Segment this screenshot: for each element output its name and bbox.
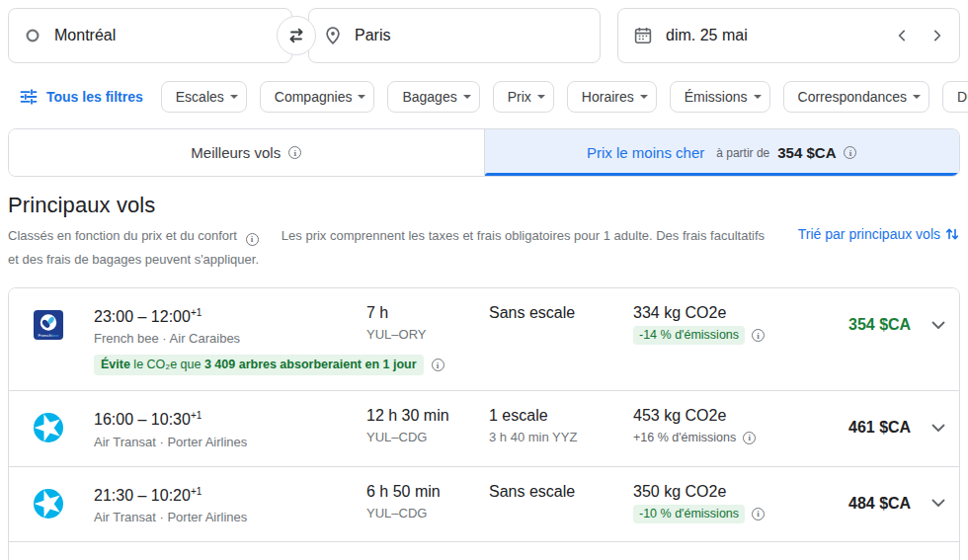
info-icon[interactable] — [752, 508, 765, 520]
duration-cell: 7 h YUL–ORY — [366, 302, 489, 348]
stops-cell: Sans escale — [489, 481, 633, 526]
price: 484 $CA — [848, 495, 911, 512]
chevron-left-icon — [896, 30, 908, 41]
price: 461 $CA — [848, 419, 911, 436]
emissions-change: -10 % d'émissions — [633, 505, 745, 523]
airtransat-logo-icon — [34, 413, 63, 442]
results-header: Principaux vols Classés en fonction du p… — [0, 177, 968, 283]
chevron-down-icon — [230, 95, 238, 99]
price: 354 $CA — [848, 316, 911, 333]
filter-chip[interactable]: Bagages — [387, 81, 479, 113]
location-pin-icon — [325, 27, 341, 44]
tab-best-flights[interactable]: Meilleurs vols — [9, 129, 485, 176]
prev-date-button[interactable] — [884, 18, 920, 53]
flight-route: YUL–CDG — [366, 504, 481, 522]
emissions-change: -14 % d'émissions — [633, 326, 745, 345]
subtitle-ranking: Classés en fonction du prix et du confor… — [8, 228, 237, 243]
filter-chip[interactable]: Compagnies — [260, 81, 375, 113]
filter-chip[interactable]: Prix — [493, 81, 554, 113]
flight-times-cell: 21:20 – 10:20+1 Air Canada · Lufthansa, … — [94, 556, 366, 560]
flight-row[interactable]: Frenchbee 23:00 – 12:00+1 French bee · A… — [9, 288, 959, 390]
filter-chip-label: Prix — [508, 89, 531, 105]
price-cell: 461 $CA — [848, 419, 911, 437]
info-icon[interactable] — [844, 146, 856, 159]
next-day-indicator: +1 — [191, 307, 202, 318]
stops-count: Sans escale — [489, 302, 625, 323]
flight-duration: 12 h 30 min — [366, 405, 481, 426]
emissions-cell: 453 kg CO2e +16 % d'émissions — [633, 405, 848, 450]
flight-times: 21:30 – 10:20 — [94, 487, 191, 504]
flight-list: Frenchbee 23:00 – 12:00+1 French bee · A… — [8, 287, 960, 560]
search-bar: Montréal Paris dim. 25 mai — [0, 0, 968, 71]
destination-field[interactable]: Paris — [308, 8, 601, 63]
filter-chip[interactable]: Durée — [942, 81, 968, 113]
frenchbee-logo-icon: Frenchbee — [34, 310, 63, 340]
airline-logo — [9, 489, 94, 519]
filter-chip-label: Compagnies — [275, 89, 353, 105]
eco-note-row: Évite le CO₂e que 3 409 arbres absorbera… — [94, 355, 848, 375]
flight-duration: 7 h — [366, 556, 481, 560]
airline-logo — [9, 413, 94, 442]
svg-text:Frenchbee: Frenchbee — [39, 334, 60, 339]
filter-chip[interactable]: Correspondances — [783, 81, 930, 113]
duration-cell: 12 h 30 min YUL–CDG — [366, 405, 489, 450]
airlines-names: Air Transat · Porter Airlines — [94, 433, 359, 451]
info-icon[interactable] — [432, 359, 444, 371]
flight-times: 16:00 – 10:30 — [94, 412, 191, 429]
expand-flight-button[interactable] — [926, 315, 951, 336]
next-day-indicator: +1 — [191, 410, 202, 421]
sort-arrows-icon — [944, 226, 960, 242]
tab-best-label: Meilleurs vols — [191, 144, 281, 161]
chevron-down-icon — [931, 424, 945, 433]
flight-times-cell: 23:00 – 12:00+1 French bee · Air Caraibe… — [94, 302, 366, 348]
airlines-names: French bee · Air Caraibes — [94, 329, 359, 348]
origin-field[interactable]: Montréal — [8, 8, 292, 63]
co2-amount: 334 kg CO2e — [633, 302, 841, 323]
swap-icon — [286, 26, 306, 45]
expand-flight-button[interactable] — [926, 418, 951, 439]
next-date-button[interactable] — [920, 18, 955, 53]
info-icon[interactable] — [752, 329, 765, 342]
next-day-indicator: +1 — [191, 486, 202, 497]
origin-circle-icon — [25, 28, 40, 43]
result-tabs: Meilleurs vols Prix le moins cher à part… — [8, 128, 960, 177]
stops-detail: 3 h 40 min YYZ — [489, 428, 625, 446]
eco-note-badge: Évite le CO₂e que 3 409 arbres absorbera… — [94, 355, 424, 375]
filter-chip[interactable]: Émissions — [670, 81, 770, 113]
swap-button[interactable] — [277, 16, 316, 55]
emissions-change: +16 % d'émissions — [633, 429, 736, 446]
filter-chip-label: Émissions — [685, 89, 748, 105]
chevron-right-icon — [931, 30, 943, 41]
flight-route: YUL–CDG — [366, 428, 481, 446]
expand-flight-button[interactable] — [926, 493, 951, 514]
filter-chip[interactable]: Escales — [161, 81, 247, 113]
price-cell: 354 $CA — [848, 316, 911, 334]
filter-chip-label: Horaires — [582, 89, 634, 105]
chevron-down-icon — [463, 95, 471, 99]
duration-cell: 6 h 50 min YUL–CDG — [366, 481, 489, 526]
emissions-cell: 358 kg CO2e -8 % d'émissions — [633, 556, 848, 560]
airlines-names: Air Transat · Porter Airlines — [94, 508, 359, 526]
all-filters-button[interactable]: Tous les filtres — [20, 88, 143, 106]
co2-amount: 453 kg CO2e — [633, 405, 841, 426]
flight-duration: 7 h — [366, 302, 481, 323]
airtransat-logo-icon — [34, 489, 63, 519]
chevron-down-icon — [537, 95, 545, 99]
co2-amount: 350 kg CO2e — [633, 481, 841, 502]
chevron-down-icon — [640, 95, 648, 99]
emissions-cell: 334 kg CO2e -14 % d'émissions — [633, 302, 848, 348]
flight-row[interactable]: 21:20 – 10:20+1 Air Canada · Lufthansa, … — [9, 541, 959, 560]
date-field[interactable]: dim. 25 mai — [617, 8, 960, 63]
tab-cheapest-price[interactable]: Prix le moins cher à partir de 354 $CA — [485, 129, 960, 176]
sort-button[interactable]: Trié par principaux vols — [798, 224, 960, 242]
emissions-cell: 350 kg CO2e -10 % d'émissions — [633, 481, 848, 526]
info-icon[interactable] — [743, 432, 756, 444]
info-icon[interactable] — [246, 233, 259, 246]
flight-row[interactable]: 21:30 – 10:20+1 Air Transat · Porter Air… — [9, 466, 959, 541]
airline-logo: Frenchbee — [9, 310, 94, 340]
price-cell: 484 $CA — [848, 495, 911, 513]
info-icon[interactable] — [288, 146, 301, 159]
destination-value: Paris — [355, 27, 390, 44]
filter-chip[interactable]: Horaires — [567, 81, 657, 113]
flight-row[interactable]: 16:00 – 10:30+1 Air Transat · Porter Air… — [9, 390, 959, 465]
